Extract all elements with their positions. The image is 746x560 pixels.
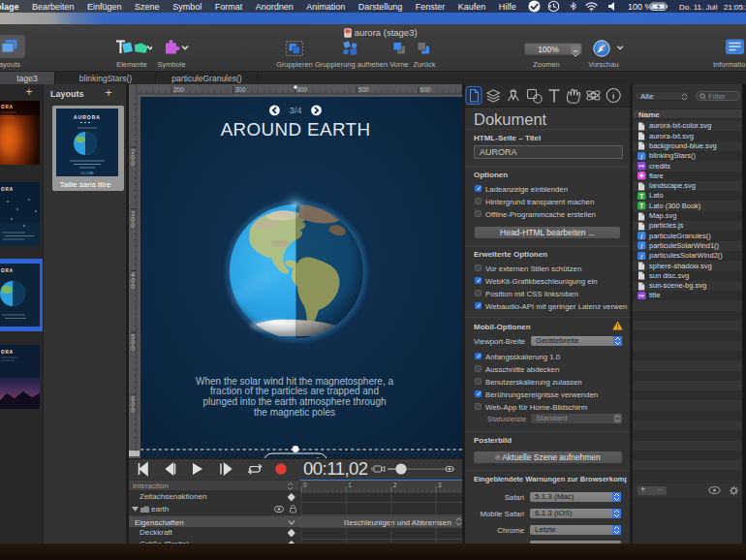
svg-text:the magnetic poles: the magnetic poles bbox=[254, 407, 335, 418]
svg-text:300: 300 bbox=[131, 210, 135, 229]
svg-text:500: 500 bbox=[358, 86, 369, 93]
svg-text:fraction of the particles are: fraction of the particles are trapped an… bbox=[210, 386, 379, 396]
svg-text:2: 2 bbox=[393, 482, 397, 488]
svg-text:3/4: 3/4 bbox=[289, 105, 301, 115]
svg-text:T: T bbox=[639, 193, 643, 200]
svg-text:AROUND EARTH: AROUND EARTH bbox=[221, 119, 371, 140]
svg-text:200: 200 bbox=[131, 148, 135, 167]
svg-text:3: 3 bbox=[438, 482, 442, 488]
svg-text:600: 600 bbox=[420, 86, 431, 93]
svg-text:00:11,02: 00:11,02 bbox=[303, 458, 368, 479]
svg-text:300: 300 bbox=[235, 86, 246, 93]
svg-text:100 %: 100 % bbox=[628, 2, 653, 12]
svg-text:1: 1 bbox=[348, 482, 352, 488]
svg-text:500: 500 bbox=[131, 333, 135, 352]
svg-text:ORA: ORA bbox=[1, 350, 14, 355]
svg-text:ORA: ORA bbox=[1, 268, 14, 273]
svg-text:400: 400 bbox=[296, 86, 307, 93]
svg-text:600: 600 bbox=[131, 395, 135, 414]
svg-text:AURORA: AURORA bbox=[74, 114, 101, 120]
svg-text:T: T bbox=[639, 202, 643, 209]
svg-text:400: 400 bbox=[131, 271, 135, 290]
svg-text:ORA: ORA bbox=[1, 187, 14, 192]
svg-text:21:05:2: 21:05:2 bbox=[724, 3, 746, 12]
svg-text:0: 0 bbox=[303, 482, 307, 488]
svg-text:When the solar wind hit the ma: When the solar wind hit the magnetospher… bbox=[196, 376, 393, 387]
svg-text:CLOSE: CLOSE bbox=[80, 171, 94, 175]
svg-text:plunged into the earth atmosph: plunged into the earth atmosphere throug… bbox=[202, 396, 386, 407]
svg-text:Do. 11. Juli: Do. 11. Juli bbox=[679, 3, 718, 12]
svg-text:200: 200 bbox=[173, 86, 184, 93]
svg-text:ORA: ORA bbox=[1, 105, 14, 109]
